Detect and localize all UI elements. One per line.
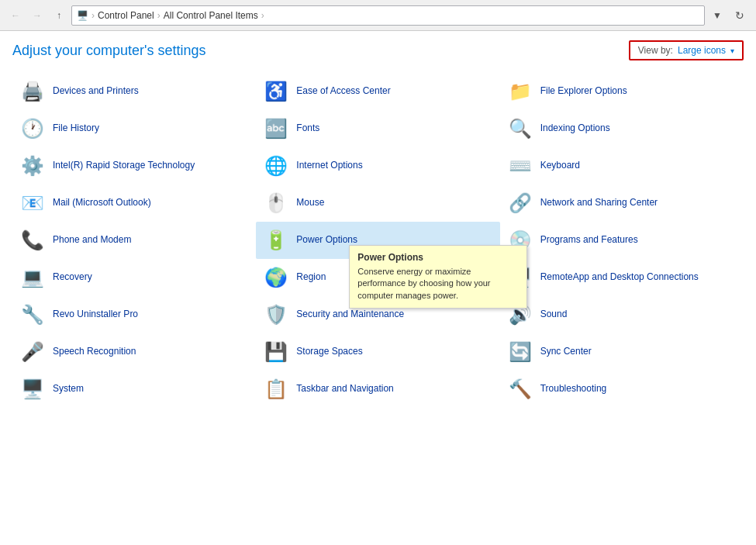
ease-of-access-icon: ♿ <box>264 79 288 104</box>
indexing-options-icon: 🔍 <box>508 116 533 141</box>
mail-label: Mail (Microsoft Outlook) <box>53 197 151 209</box>
taskbar-navigation-icon: 📋 <box>264 377 288 402</box>
control-panel-item-phone-modem[interactable]: 📞Phone and Modem <box>12 222 256 259</box>
control-panel-item-indexing-options[interactable]: 🔍Indexing Options <box>500 110 744 147</box>
network-sharing-label: Network and Sharing Center <box>540 197 658 209</box>
phone-modem-label: Phone and Modem <box>53 234 131 247</box>
storage-spaces-icon: 💾 <box>264 340 288 364</box>
intel-rapid-label: Intel(R) Rapid Storage Technology <box>53 160 195 172</box>
control-panel-item-taskbar-navigation[interactable]: 📋Taskbar and Navigation <box>256 371 499 408</box>
programs-features-label: Programs and Features <box>540 234 638 247</box>
control-panel-item-mouse[interactable]: 🖱️Mouse <box>256 185 499 222</box>
address-part-2: All Control Panel Items <box>164 10 258 21</box>
titlebar: ← → ↑ 🖥️ › Control Panel › All Control P… <box>0 0 756 31</box>
revo-uninstaller-icon: 🔧 <box>20 302 45 327</box>
control-panel-item-keyboard[interactable]: ⌨️Keyboard <box>500 147 744 185</box>
control-panel-item-file-history[interactable]: 🕐File History <box>12 110 256 147</box>
address-icon: 🖥️ <box>77 10 88 21</box>
control-panel-item-devices-printers[interactable]: 🖨️Devices and Printers <box>12 73 256 110</box>
refresh-button[interactable]: ↻ <box>730 5 750 26</box>
control-panel-items-grid: 🖨️Devices and Printers♿Ease of Access Ce… <box>12 73 744 408</box>
page-title: Adjust your computer's settings <box>12 43 206 59</box>
region-label: Region <box>296 271 326 284</box>
view-by-value: Large icons <box>678 45 726 56</box>
file-history-label: File History <box>53 122 99 135</box>
control-panel-item-ease-of-access[interactable]: ♿Ease of Access Center <box>256 73 499 110</box>
control-panel-item-power-options[interactable]: 🔋Power OptionsPower OptionsConserve ener… <box>256 222 499 259</box>
control-panel-item-remoteapp[interactable]: 🖥️RemoteApp and Desktop Connections <box>500 259 744 296</box>
mouse-label: Mouse <box>296 197 324 209</box>
control-panel-item-programs-features[interactable]: 💿Programs and Features <box>500 222 744 259</box>
phone-modem-icon: 📞 <box>20 228 45 253</box>
fonts-label: Fonts <box>296 122 319 135</box>
control-panel-item-fonts[interactable]: 🔤Fonts <box>256 110 499 147</box>
view-by-dropdown-arrow: ▾ <box>730 47 734 55</box>
keyboard-label: Keyboard <box>540 160 580 172</box>
indexing-options-label: Indexing Options <box>540 122 610 135</box>
forward-button[interactable]: → <box>28 6 47 25</box>
tooltip-title: Power Options <box>357 252 519 263</box>
control-panel-item-sound[interactable]: 🔊Sound <box>500 296 744 333</box>
main-content: Adjust your computer's settings View by:… <box>0 31 756 545</box>
system-icon: 🖥️ <box>20 377 45 402</box>
control-panel-item-system[interactable]: 🖥️System <box>12 371 256 408</box>
storage-spaces-label: Storage Spaces <box>296 346 362 358</box>
security-maintenance-label: Security and Maintenance <box>296 309 404 321</box>
sync-center-label: Sync Center <box>540 346 592 358</box>
troubleshooting-icon: 🔨 <box>508 377 533 402</box>
power-options-tooltip: Power OptionsConserve energy or maximize… <box>349 245 527 309</box>
view-by-label: View by: <box>638 45 673 56</box>
system-label: System <box>53 383 84 395</box>
back-button[interactable]: ← <box>6 6 25 25</box>
recovery-icon: 💻 <box>20 265 45 290</box>
control-panel-item-network-sharing[interactable]: 🔗Network and Sharing Center <box>500 185 744 222</box>
revo-uninstaller-label: Revo Uninstaller Pro <box>53 309 138 321</box>
sound-label: Sound <box>540 309 568 321</box>
control-panel-item-troubleshooting[interactable]: 🔨Troubleshooting <box>500 371 744 408</box>
speech-recognition-label: Speech Recognition <box>53 346 136 358</box>
recovery-label: Recovery <box>53 271 92 284</box>
region-icon: 🌍 <box>264 265 288 290</box>
control-panel-item-storage-spaces[interactable]: 💾Storage Spaces <box>256 333 499 371</box>
intel-rapid-icon: ⚙️ <box>20 153 45 178</box>
mouse-icon: 🖱️ <box>264 191 288 216</box>
power-options-label: Power Options <box>296 234 357 247</box>
fonts-icon: 🔤 <box>264 116 288 141</box>
dropdown-button[interactable]: ▼ <box>708 6 727 25</box>
control-panel-item-speech-recognition[interactable]: 🎤Speech Recognition <box>12 333 256 371</box>
internet-options-icon: 🌐 <box>264 153 288 178</box>
remoteapp-label: RemoteApp and Desktop Connections <box>540 271 699 284</box>
mail-icon: 📧 <box>20 191 45 216</box>
control-panel-item-intel-rapid[interactable]: ⚙️Intel(R) Rapid Storage Technology <box>12 147 256 185</box>
control-panel-item-recovery[interactable]: 💻Recovery <box>12 259 256 296</box>
header-row: Adjust your computer's settings View by:… <box>12 40 744 60</box>
control-panel-item-file-explorer-options[interactable]: 📁File Explorer Options <box>500 73 744 110</box>
control-panel-item-mail[interactable]: 📧Mail (Microsoft Outlook) <box>12 185 256 222</box>
address-part-1: Control Panel <box>98 10 154 21</box>
control-panel-item-revo-uninstaller[interactable]: 🔧Revo Uninstaller Pro <box>12 296 256 333</box>
view-by-control[interactable]: View by: Large icons ▾ <box>629 40 744 60</box>
troubleshooting-label: Troubleshooting <box>540 383 607 395</box>
file-history-icon: 🕐 <box>20 116 45 141</box>
file-explorer-options-label: File Explorer Options <box>540 85 627 98</box>
network-sharing-icon: 🔗 <box>508 191 533 216</box>
sync-center-icon: 🔄 <box>508 340 533 364</box>
taskbar-navigation-label: Taskbar and Navigation <box>296 383 393 395</box>
address-bar[interactable]: 🖥️ › Control Panel › All Control Panel I… <box>71 5 705 26</box>
file-explorer-options-icon: 📁 <box>508 79 533 104</box>
speech-recognition-icon: 🎤 <box>20 340 45 364</box>
devices-printers-label: Devices and Printers <box>53 85 139 98</box>
ease-of-access-label: Ease of Access Center <box>296 85 390 98</box>
power-options-icon: 🔋 <box>264 228 288 253</box>
up-button[interactable]: ↑ <box>50 6 68 25</box>
control-panel-item-internet-options[interactable]: 🌐Internet Options <box>256 147 499 185</box>
tooltip-description: Conserve energy or maximize performance … <box>357 266 519 302</box>
keyboard-icon: ⌨️ <box>508 153 533 178</box>
control-panel-item-sync-center[interactable]: 🔄Sync Center <box>500 333 744 371</box>
devices-printers-icon: 🖨️ <box>20 79 45 104</box>
security-maintenance-icon: 🛡️ <box>264 302 288 327</box>
internet-options-label: Internet Options <box>296 160 362 172</box>
